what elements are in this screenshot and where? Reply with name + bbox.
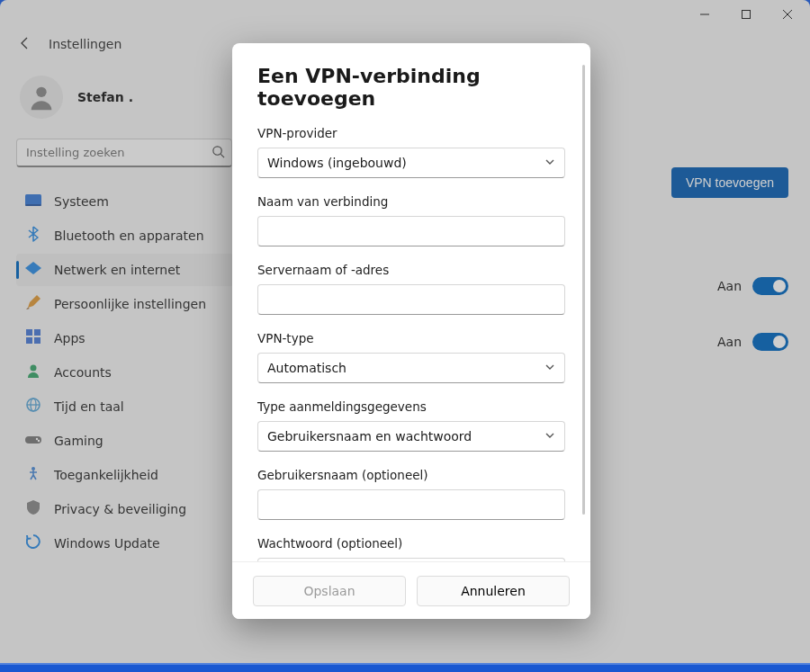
username-label: Gebruikersnaam (optioneel)	[257, 468, 565, 482]
vpn-type-label: VPN-type	[257, 331, 565, 345]
server-label: Servernaam of -adres	[257, 263, 565, 277]
add-vpn-dialog: Een VPN-verbinding toevoegen VPN-provide…	[232, 43, 590, 619]
auth-type-value: Gebruikersnaam en wachtwoord	[267, 429, 472, 444]
vpn-type-select[interactable]: Automatisch	[257, 353, 565, 383]
vpn-provider-label: VPN-provider	[257, 126, 565, 140]
chevron-down-icon	[544, 361, 555, 375]
connection-name-label: Naam van verbinding	[257, 194, 565, 209]
save-button[interactable]: Opslaan	[253, 576, 406, 606]
password-label: Wachtwoord (optioneel)	[257, 536, 565, 551]
auth-type-select[interactable]: Gebruikersnaam en wachtwoord	[257, 421, 565, 452]
chevron-down-icon	[544, 156, 555, 170]
dialog-title: Een VPN-verbinding toevoegen	[257, 65, 565, 110]
scrollbar[interactable]	[582, 65, 585, 515]
username-input[interactable]	[257, 489, 565, 520]
password-input[interactable]	[257, 558, 565, 561]
server-input[interactable]	[257, 284, 565, 315]
vpn-provider-select[interactable]: Windows (ingebouwd)	[257, 148, 565, 178]
vpn-type-value: Automatisch	[267, 361, 346, 375]
desktop-taskbar-edge	[0, 663, 810, 672]
chevron-down-icon	[544, 429, 555, 444]
settings-window: Instellingen Stefan .	[0, 0, 810, 672]
vpn-provider-value: Windows (ingebouwd)	[267, 156, 407, 170]
cancel-button[interactable]: Annuleren	[417, 576, 570, 606]
connection-name-input[interactable]	[257, 216, 565, 246]
auth-type-label: Type aanmeldingsgegevens	[257, 399, 565, 414]
